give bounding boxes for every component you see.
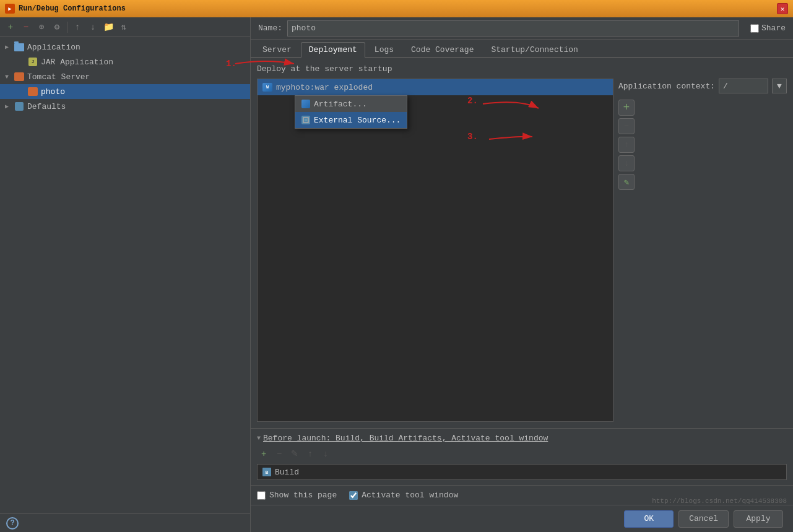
sort-button[interactable]: ⇅ xyxy=(117,20,131,34)
dialog-buttons: http://blogs.csdn.net/qq414538308 OK Can… xyxy=(251,505,793,532)
bl-edit-button[interactable]: ✎ xyxy=(288,447,301,460)
url-bar: http://blogs.csdn.net/qq414538308 xyxy=(652,497,787,505)
photo-icon xyxy=(27,87,38,97)
activate-tool-group: Activate tool window xyxy=(349,491,458,500)
move-up-button[interactable]: ↑ xyxy=(71,20,84,34)
name-label: Name: xyxy=(258,24,282,33)
edit-deploy-button[interactable]: ✎ xyxy=(618,174,635,190)
activate-tool-label: Activate tool window xyxy=(362,491,458,500)
settings-button[interactable]: ⚙ xyxy=(50,20,64,34)
before-launch-label: Before launch: Build, Build Artifacts, A… xyxy=(263,434,548,443)
app-context-dropdown-btn[interactable]: ▼ xyxy=(772,79,787,93)
remove-config-button[interactable]: − xyxy=(19,20,33,34)
tab-startup-connection[interactable]: Startup/Connection xyxy=(483,42,586,57)
deploy-item-label: myphoto:war exploded xyxy=(276,83,373,92)
tab-server[interactable]: Server xyxy=(254,42,300,57)
show-page-label: Show this page xyxy=(269,491,337,500)
photo-label: photo xyxy=(41,87,65,97)
artifact-label: Artifact... xyxy=(314,100,367,109)
tomcat-server-label: Tomcat Server xyxy=(27,72,90,82)
tomcat-icon xyxy=(14,72,25,82)
dropdown-artifact[interactable]: Artifact... xyxy=(295,96,407,112)
activate-tool-checkbox[interactable] xyxy=(349,491,358,500)
external-source-label: External Source... xyxy=(314,116,401,125)
folder-button[interactable]: 📁 xyxy=(102,20,115,34)
remove-deploy-button[interactable]: − xyxy=(618,118,635,134)
tree-arrow-application: ▶ xyxy=(5,43,14,51)
deploy-section-label: Deploy at the server startup xyxy=(257,64,787,74)
collapse-arrow: ▼ xyxy=(257,435,261,442)
name-row: Name: Share xyxy=(251,17,793,40)
bl-item-build[interactable]: B Build xyxy=(258,465,786,479)
war-icon: W xyxy=(262,83,272,92)
sidebar-help: ? xyxy=(0,513,250,532)
deploy-item-myphoto[interactable]: W myphoto:war exploded xyxy=(258,79,613,95)
tab-logs[interactable]: Logs xyxy=(366,42,402,57)
copy-config-button[interactable]: ⊕ xyxy=(35,20,48,34)
bl-remove-button[interactable]: − xyxy=(272,447,286,460)
share-checkbox[interactable] xyxy=(750,24,759,33)
close-button[interactable]: ✕ xyxy=(777,3,788,14)
bl-up-button[interactable]: ↑ xyxy=(303,447,317,460)
external-source-icon xyxy=(301,116,310,124)
sidebar-item-photo[interactable]: ▶ photo xyxy=(0,84,250,99)
application-label: Application xyxy=(27,43,80,52)
before-launch-section: ▼ Before launch: Build, Build Artifacts,… xyxy=(251,428,793,485)
main-container: + − ⊕ ⚙ ↑ ↓ 📁 ⇅ ▶ Application ▶ xyxy=(0,17,793,532)
add-config-button[interactable]: + xyxy=(4,20,17,34)
title-bar: ▶ Run/Debug Configurations ✕ xyxy=(0,0,793,17)
defaults-label: Defaults xyxy=(27,102,66,111)
deployment-content: Deploy at the server startup W myphoto:w… xyxy=(251,58,793,428)
name-input[interactable] xyxy=(287,20,739,36)
share-row: Share xyxy=(750,24,786,33)
move-down-button[interactable]: ↓ xyxy=(86,20,100,34)
move-deploy-up-button[interactable]: ↑ xyxy=(618,137,635,153)
sidebar-item-application[interactable]: ▶ Application xyxy=(0,40,250,54)
deploy-list-container: W myphoto:war exploded Artifact... xyxy=(257,79,613,422)
apply-button[interactable]: Apply xyxy=(734,510,783,528)
dropdown-popup: Artifact... Exte xyxy=(295,95,407,129)
sidebar-item-tomcat-server[interactable]: ▼ Tomcat Server xyxy=(0,69,250,84)
before-launch-list: B Build xyxy=(257,464,787,480)
right-panel: Name: Share Server Deployment Logs Code … xyxy=(251,17,793,532)
sidebar: + − ⊕ ⚙ ↑ ↓ 📁 ⇅ ▶ Application ▶ xyxy=(0,17,251,532)
tree-arrow-defaults: ▶ xyxy=(5,103,14,110)
tabs-bar: Server Deployment Logs Code Coverage Sta… xyxy=(251,40,793,58)
tree-arrow-tomcat: ▼ xyxy=(5,74,14,80)
app-context-label: Application context: xyxy=(618,82,715,91)
before-launch-header: ▼ Before launch: Build, Build Artifacts,… xyxy=(257,434,787,443)
before-launch-toolbar: + − ✎ ↑ ↓ xyxy=(257,447,787,460)
sidebar-item-defaults[interactable]: ▶ Defaults xyxy=(0,99,250,114)
jar-icon: J xyxy=(27,57,38,67)
app-context-input[interactable] xyxy=(719,79,768,93)
artifact-icon xyxy=(301,100,310,108)
dropdown-external-source[interactable]: External Source... xyxy=(295,112,407,128)
bl-down-button[interactable]: ↓ xyxy=(319,447,332,460)
tab-deployment[interactable]: Deployment xyxy=(301,42,365,58)
application-icon xyxy=(14,42,25,52)
share-label: Share xyxy=(761,24,786,33)
tab-code-coverage[interactable]: Code Coverage xyxy=(403,42,482,57)
defaults-icon xyxy=(14,101,25,111)
show-page-group: Show this page xyxy=(257,491,337,500)
bl-add-button[interactable]: + xyxy=(257,447,271,460)
sidebar-toolbar: + − ⊕ ⚙ ↑ ↓ 📁 ⇅ xyxy=(0,17,250,37)
ok-button[interactable]: OK xyxy=(624,510,674,528)
bl-item-label: Build xyxy=(275,468,299,477)
jar-application-label: JAR Application xyxy=(41,58,113,67)
sidebar-tree: ▶ Application ▶ J JAR Application ▼ xyxy=(0,37,250,513)
show-page-checkbox[interactable] xyxy=(257,491,266,500)
toolbar-separator xyxy=(67,22,67,33)
deploy-side-buttons: Application context: ▼ + − ↑ ↓ ✎ xyxy=(618,79,787,422)
help-button[interactable]: ? xyxy=(6,517,19,530)
move-deploy-down-button[interactable]: ↓ xyxy=(618,155,635,171)
deploy-area: W myphoto:war exploded Artifact... xyxy=(257,79,787,422)
cancel-button[interactable]: Cancel xyxy=(678,510,729,528)
build-icon: B xyxy=(262,468,271,476)
window-icon: ▶ xyxy=(5,4,15,14)
sidebar-item-jar-application[interactable]: ▶ J JAR Application xyxy=(0,54,250,69)
window-title: Run/Debug Configurations xyxy=(19,4,126,13)
add-deploy-button[interactable]: + xyxy=(618,100,635,116)
